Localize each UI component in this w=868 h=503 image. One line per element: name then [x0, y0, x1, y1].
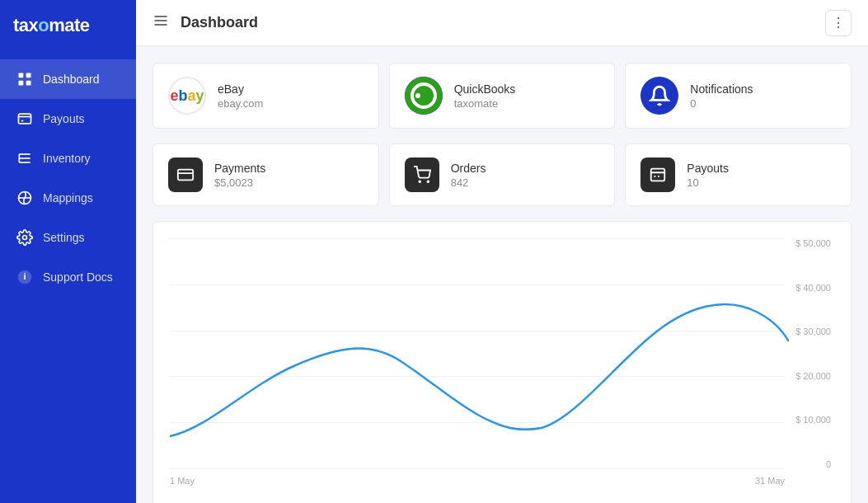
quickbooks-icon: [405, 77, 443, 115]
card-ebay-subtitle: ebay.com: [218, 97, 263, 110]
app-logo: taxomate: [0, 0, 136, 51]
chart-y-axis: $ 50,000 $ 40,000 $ 30,000 $ 20,000 $ 10…: [785, 238, 834, 469]
y-label-20k: $ 20,000: [785, 371, 834, 381]
y-label-0: 0: [785, 459, 834, 469]
sidebar-item-label: Inventory: [43, 152, 91, 165]
card-quickbooks-title: QuickBooks: [454, 82, 516, 96]
cards-row-1: ebay eBay ebay.com: [152, 63, 852, 129]
orders-icon: [405, 157, 439, 192]
more-options-button[interactable]: ⋮: [825, 10, 852, 36]
header-left: Dashboard: [152, 12, 258, 33]
svg-point-19: [405, 77, 443, 115]
sidebar-item-settings[interactable]: Settings: [0, 218, 136, 257]
sidebar-item-label: Dashboard: [43, 73, 100, 86]
sidebar-item-dashboard[interactable]: Dashboard: [0, 59, 136, 99]
sidebar-item-label: Mappings: [43, 191, 93, 204]
card-orders[interactable]: Orders 842: [389, 143, 616, 206]
y-label-40k: $ 40,000: [785, 283, 834, 293]
card-notifications-title: Notifications: [690, 82, 753, 96]
chart-line-svg: [170, 238, 789, 469]
svg-point-25: [419, 181, 420, 182]
card-ebay-title: eBay: [218, 82, 263, 96]
x-label-start: 1 May: [170, 476, 195, 486]
sidebar-nav: Dashboard Payouts Invento: [0, 51, 136, 297]
chart-area: $ 50,000 $ 40,000 $ 30,000 $ 20,000 $ 10…: [170, 238, 834, 469]
settings-icon: [16, 229, 33, 246]
svg-rect-3: [26, 81, 31, 86]
card-notifications[interactable]: Notifications 0: [625, 63, 852, 129]
header: Dashboard ⋮: [136, 0, 868, 46]
sidebar-item-inventory[interactable]: Inventory: [0, 139, 136, 178]
card-payouts[interactable]: Payouts 10: [625, 143, 852, 206]
svg-rect-2: [19, 81, 24, 86]
svg-text:i: i: [23, 270, 26, 281]
main-content: Dashboard ⋮ ebay eBay ebay.com: [136, 0, 868, 503]
y-label-50k: $ 50,000: [785, 238, 834, 248]
card-orders-title: Orders: [451, 162, 486, 175]
x-label-end: 31 May: [755, 476, 785, 486]
chart-svg-container: [170, 238, 789, 469]
card-payments[interactable]: Payments $5,0023: [152, 143, 379, 206]
card-orders-value: 842: [451, 176, 486, 189]
payouts-card-icon: [640, 157, 675, 192]
payouts-icon: [16, 110, 33, 127]
card-payments-title: Payments: [214, 162, 265, 175]
revenue-chart: $ 50,000 $ 40,000 $ 30,000 $ 20,000 $ 10…: [152, 221, 852, 503]
notifications-icon: [640, 77, 678, 115]
payments-icon: [168, 157, 203, 192]
support-docs-icon: i: [16, 269, 33, 285]
y-label-30k: $ 30,000: [785, 327, 834, 336]
svg-rect-1: [26, 73, 31, 78]
card-quickbooks-subtitle: taxomate: [454, 97, 516, 110]
mappings-icon: [16, 190, 33, 206]
svg-rect-4: [19, 114, 31, 124]
sidebar-item-label: Payouts: [43, 112, 85, 125]
sidebar-item-label: Support Docs: [43, 270, 113, 284]
svg-point-26: [427, 181, 429, 182]
inventory-icon: [16, 150, 33, 167]
sidebar-item-support-docs[interactable]: i Support Docs: [0, 257, 136, 297]
svg-rect-23: [178, 170, 193, 181]
sidebar-item-label: Settings: [43, 231, 85, 244]
card-notifications-value: 0: [690, 97, 753, 110]
content-area: ebay eBay ebay.com: [136, 46, 868, 503]
svg-rect-27: [651, 169, 665, 181]
y-label-10k: $ 10,000: [785, 415, 834, 425]
hamburger-icon[interactable]: [152, 12, 169, 33]
cards-row-2: Payments $5,0023 Orders 842: [152, 143, 852, 206]
ebay-logo-icon: ebay: [168, 77, 206, 115]
sidebar-item-mappings[interactable]: Mappings: [0, 178, 136, 218]
more-dots-icon: ⋮: [832, 15, 845, 31]
sidebar-item-payouts[interactable]: Payouts: [0, 99, 136, 139]
card-payouts-title: Payouts: [687, 162, 729, 175]
card-quickbooks[interactable]: QuickBooks taxomate: [389, 63, 616, 129]
chart-x-axis: 1 May 31 May: [170, 476, 834, 486]
page-title: Dashboard: [181, 14, 258, 31]
svg-point-22: [415, 93, 420, 98]
card-payments-value: $5,0023: [214, 176, 265, 189]
dashboard-icon: [16, 71, 33, 87]
svg-rect-0: [19, 73, 24, 78]
sidebar: taxomate Dashboard Payou: [0, 0, 136, 503]
card-ebay[interactable]: ebay eBay ebay.com: [152, 63, 379, 129]
svg-point-13: [23, 236, 27, 240]
card-payouts-value: 10: [687, 176, 729, 189]
